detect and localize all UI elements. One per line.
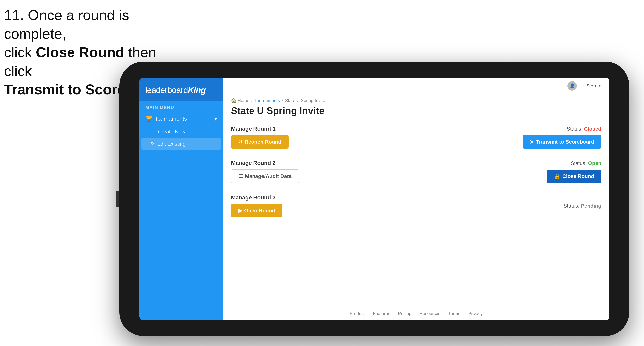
round-row-3: Manage Round 3 ▶ Open Round Status: Pend… <box>231 189 602 223</box>
transmit-icon: ➤ <box>530 139 534 145</box>
avatar: 👤 <box>567 81 577 91</box>
round-row-2: Manage Round 2 ☰ Manage/Audit Data Statu… <box>231 154 602 189</box>
sign-in-button[interactable]: → Sign In <box>580 83 602 89</box>
breadcrumb-sep2: / <box>282 98 283 103</box>
footer-link-resources[interactable]: Resources <box>420 311 440 316</box>
home-icon: 🏠 <box>231 98 236 103</box>
sidebar-item-create-new[interactable]: ＋ Create New <box>140 126 223 138</box>
edit-icon: ✎ <box>150 141 155 147</box>
tournaments-label: Tournaments <box>155 116 187 122</box>
round-1-label: Manage Round 1 <box>231 126 288 132</box>
audit-icon: ☰ <box>238 173 243 179</box>
round-1-status: Status: Closed <box>566 126 602 132</box>
round-row-1: Manage Round 1 ↺ Reopen Round Status: Cl… <box>231 120 602 154</box>
lock-icon: 🔒 <box>554 173 560 179</box>
sidebar: leaderboardKing MAIN MENU 🏆 Tournaments … <box>140 78 223 320</box>
footer-link-product[interactable]: Product <box>350 311 365 316</box>
trophy-icon: 🏆 <box>145 115 152 122</box>
round-2-status: Status: Open <box>570 160 602 167</box>
reopen-icon: ↺ <box>238 139 242 145</box>
open-round-button[interactable]: ▶ Open Round <box>231 204 282 217</box>
close-round-button[interactable]: 🔒 Close Round <box>547 170 602 183</box>
round-3-label: Manage Round 3 <box>231 194 282 201</box>
main-menu-label: MAIN MENU <box>140 101 223 112</box>
reopen-round-button[interactable]: ↺ Reopen Round <box>231 135 288 149</box>
logo: leaderboardKing <box>145 86 217 95</box>
transmit-scoreboard-button[interactable]: ➤ Transmit to Scoreboard <box>522 135 602 149</box>
tablet-frame: leaderboardKing MAIN MENU 🏆 Tournaments … <box>120 62 629 336</box>
tablet-side-button <box>116 191 120 207</box>
main-content: 👤 → Sign In 🏠 Home / Tournaments / State… <box>223 78 609 320</box>
open-icon: ▶ <box>238 208 242 214</box>
round-2-label: Manage Round 2 <box>231 160 299 166</box>
footer-link-features[interactable]: Features <box>373 311 390 316</box>
plus-icon: ＋ <box>150 128 156 135</box>
breadcrumb-current: State U Spring Invite <box>285 98 325 103</box>
breadcrumb-tournaments[interactable]: Tournaments <box>254 98 280 103</box>
manage-audit-button[interactable]: ☰ Manage/Audit Data <box>231 170 299 183</box>
footer-link-privacy[interactable]: Privacy <box>468 311 482 316</box>
page-title: State U Spring Invite <box>223 103 609 120</box>
round-3-status: Status: Pending <box>563 203 602 209</box>
footer-link-pricing[interactable]: Pricing <box>398 311 412 316</box>
breadcrumb-home[interactable]: 🏠 Home <box>231 98 249 103</box>
footer-link-terms[interactable]: Terms <box>448 311 460 316</box>
breadcrumb: 🏠 Home / Tournaments / State U Spring In… <box>223 94 609 103</box>
instruction-line1: 11. Once a round is complete, <box>4 7 129 42</box>
tablet-screen: leaderboardKing MAIN MENU 🏆 Tournaments … <box>140 78 609 320</box>
chevron-icon: ▾ <box>214 115 217 122</box>
top-header: 👤 → Sign In <box>223 78 609 94</box>
sidebar-item-edit-existing[interactable]: ✎ Edit Existing <box>142 138 221 150</box>
sidebar-item-tournaments[interactable]: 🏆 Tournaments ▾ <box>140 112 223 126</box>
sign-in-icon: → <box>580 83 585 89</box>
footer: Product Features Pricing Resources Terms… <box>223 307 609 320</box>
rounds-container: Manage Round 1 ↺ Reopen Round Status: Cl… <box>223 120 609 307</box>
breadcrumb-sep1: / <box>251 98 252 103</box>
logo-area: leaderboardKing <box>140 78 223 101</box>
